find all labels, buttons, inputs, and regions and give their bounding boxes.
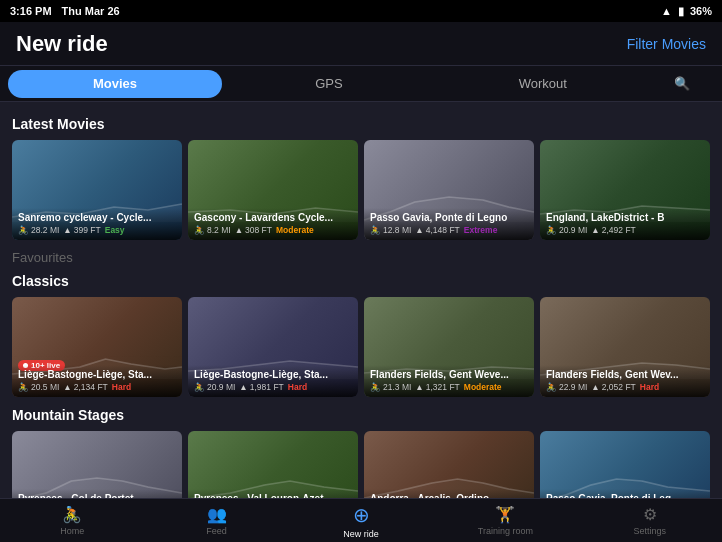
status-date: Thu Mar 26 bbox=[62, 5, 120, 17]
nav-settings[interactable]: ⚙ Settings bbox=[578, 499, 722, 542]
latest-movies-title: Latest Movies bbox=[12, 116, 710, 132]
status-bar: 3:16 PM Thu Mar 26 ▲ ▮ 36% bbox=[0, 0, 722, 22]
movie-card[interactable]: England, LakeDistrict - B 🚴 20.9 MI ▲ 2,… bbox=[540, 140, 710, 240]
nav-feed-label: Feed bbox=[206, 526, 227, 536]
status-time: 3:16 PM bbox=[10, 5, 52, 17]
movie-title: Sanremo cycleway - Cycle... bbox=[18, 212, 176, 223]
training-icon: 🏋 bbox=[495, 505, 515, 524]
movie-card[interactable]: Andorra - Arcalis, Ordino 🚴 13.1 MI ▲ 3,… bbox=[364, 431, 534, 498]
movie-card[interactable]: Passo Gavia, Ponte di Legno 🚴 12.8 MI ▲ … bbox=[364, 140, 534, 240]
movie-title: Liège-Bastogne-Liège, Sta... bbox=[18, 369, 176, 380]
nav-home[interactable]: 🚴 Home bbox=[0, 499, 144, 542]
battery-level: 36% bbox=[690, 5, 712, 17]
movie-meta: 🚴 20.9 MI ▲ 1,981 FT Hard bbox=[194, 382, 352, 392]
nav-settings-label: Settings bbox=[634, 526, 667, 536]
movie-meta: 🚴 12.8 MI ▲ 4,148 FT Extreme bbox=[370, 225, 528, 235]
tabs-bar: Movies GPS Workout 🔍 bbox=[0, 66, 722, 102]
movie-card[interactable]: Pyrenees - Col de Portet 🚴 13.7 MI ▲ 4,4… bbox=[12, 431, 182, 498]
filter-movies-button[interactable]: Filter Movies bbox=[627, 36, 706, 52]
movie-title: Gascony - Lavardens Cycle... bbox=[194, 212, 352, 223]
tab-movies[interactable]: Movies bbox=[8, 70, 222, 98]
status-icons: ▲ ▮ 36% bbox=[661, 5, 712, 18]
nav-training-label: Training room bbox=[478, 526, 533, 536]
movie-meta: 🚴 21.3 MI ▲ 1,321 FT Moderate bbox=[370, 382, 528, 392]
header: New ride Filter Movies bbox=[0, 22, 722, 66]
status-time-date: 3:16 PM Thu Mar 26 bbox=[10, 5, 120, 17]
bottom-navigation: 🚴 Home 👥 Feed ⊕ New ride 🏋 Training room… bbox=[0, 498, 722, 542]
movie-card[interactable]: Gascony - Lavardens Cycle... 🚴 8.2 MI ▲ … bbox=[188, 140, 358, 240]
classics-title: Classics bbox=[12, 273, 710, 289]
movie-card[interactable]: 10+ live Liège-Bastogne-Liège, Sta... 🚴 … bbox=[12, 297, 182, 397]
favourites-title: Favourites bbox=[12, 250, 710, 265]
content-area: Latest Movies Sanremo cycleway - Cycle..… bbox=[0, 102, 722, 498]
movie-title: Flanders Fields, Gent Weve... bbox=[370, 369, 528, 380]
movie-card[interactable]: Sanremo cycleway - Cycle... 🚴 28.2 MI ▲ … bbox=[12, 140, 182, 240]
movie-card[interactable]: Passo Gavia, Ponte di Leg... 🚴 12.8 MI ▲… bbox=[540, 431, 710, 498]
mountain-stages-title: Mountain Stages bbox=[12, 407, 710, 423]
nav-feed[interactable]: 👥 Feed bbox=[144, 499, 288, 542]
classics-grid: 10+ live Liège-Bastogne-Liège, Sta... 🚴 … bbox=[12, 297, 710, 397]
settings-icon: ⚙ bbox=[643, 505, 657, 524]
nav-new-ride[interactable]: ⊕ New ride bbox=[289, 499, 433, 542]
movie-meta: 🚴 28.2 MI ▲ 399 FT Easy bbox=[18, 225, 176, 235]
movie-title: England, LakeDistrict - B bbox=[546, 212, 704, 223]
movie-title: Flanders Fields, Gent Wev... bbox=[546, 369, 704, 380]
wifi-icon: ▲ bbox=[661, 5, 672, 17]
tab-gps[interactable]: GPS bbox=[222, 70, 436, 98]
feed-icon: 👥 bbox=[207, 505, 227, 524]
new-ride-icon: ⊕ bbox=[353, 503, 370, 527]
nav-training-room[interactable]: 🏋 Training room bbox=[433, 499, 577, 542]
movie-meta: 🚴 20.5 MI ▲ 2,134 FT Hard bbox=[18, 382, 176, 392]
tab-workout[interactable]: Workout bbox=[436, 70, 650, 98]
page-title: New ride bbox=[16, 31, 108, 57]
mountain-stages-grid: Pyrenees - Col de Portet 🚴 13.7 MI ▲ 4,4… bbox=[12, 431, 710, 498]
movie-title: Passo Gavia, Ponte di Legno bbox=[370, 212, 528, 223]
movie-card[interactable]: Flanders Fields, Gent Weve... 🚴 21.3 MI … bbox=[364, 297, 534, 397]
search-icon: 🔍 bbox=[674, 76, 690, 91]
nav-new-ride-label: New ride bbox=[343, 529, 379, 539]
movie-meta: 🚴 22.9 MI ▲ 2,052 FT Hard bbox=[546, 382, 704, 392]
nav-home-label: Home bbox=[60, 526, 84, 536]
movie-meta: 🚴 8.2 MI ▲ 308 FT Moderate bbox=[194, 225, 352, 235]
movie-title: Liège-Bastogne-Liège, Sta... bbox=[194, 369, 352, 380]
latest-movies-grid: Sanremo cycleway - Cycle... 🚴 28.2 MI ▲ … bbox=[12, 140, 710, 240]
battery-icon: ▮ bbox=[678, 5, 684, 18]
movie-card[interactable]: Flanders Fields, Gent Wev... 🚴 22.9 MI ▲… bbox=[540, 297, 710, 397]
movie-card[interactable]: Liège-Bastogne-Liège, Sta... 🚴 20.9 MI ▲… bbox=[188, 297, 358, 397]
movie-meta: 🚴 20.9 MI ▲ 2,492 FT bbox=[546, 225, 704, 235]
home-icon: 🚴 bbox=[62, 505, 82, 524]
search-tab[interactable]: 🔍 bbox=[650, 70, 714, 98]
movie-card[interactable]: Pyrenees - Val Louron-Azet 🚴 13.2 MI ▲ 2… bbox=[188, 431, 358, 498]
